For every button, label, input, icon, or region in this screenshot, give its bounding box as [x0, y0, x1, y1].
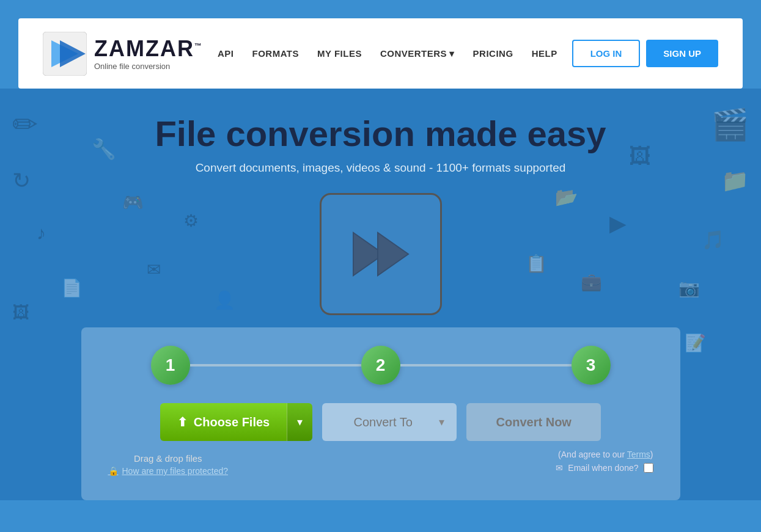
play-box [320, 193, 442, 315]
svg-marker-4 [378, 233, 408, 275]
nav-pricing[interactable]: PRICING [473, 48, 513, 59]
choose-files-button[interactable]: ⬆ Choose Files [160, 403, 287, 441]
choose-files-dropdown-button[interactable]: ▾ [287, 403, 312, 441]
protection-link[interactable]: 🔒 How are my files protected? [108, 466, 229, 476]
hero-section: ✏ ↻ ♪ 📄 🖼 🔧 🎮 ✉ ⚙ 👤 🎬 📁 🎵 📷 🖼 ▶ 💼 📂 📋 📝 … [0, 89, 761, 500]
upload-icon: ⬆ [177, 415, 188, 429]
right-info: (And agree to our Terms) ✉ Email when do… [556, 450, 653, 473]
step-1: 1 [151, 346, 190, 385]
header: ZAMZAR™ Online file conversion API FORMA… [18, 18, 743, 89]
convert-to-dropdown[interactable]: Convert To ▾ [322, 403, 457, 441]
convert-to-label: Convert To [334, 415, 432, 429]
left-info: Drag & drop files 🔒 How are my files pro… [108, 450, 229, 476]
form-bottom-info: Drag & drop files 🔒 How are my files pro… [106, 450, 656, 476]
chevron-down-icon: ▾ [297, 415, 303, 429]
nav-help[interactable]: HELP [532, 48, 557, 59]
logo-area: ZAMZAR™ Online file conversion [43, 32, 203, 76]
email-icon: ✉ [556, 463, 563, 473]
logo-text: ZAMZAR™ Online file conversion [94, 36, 203, 71]
step-2: 2 [361, 346, 400, 385]
hero-subtitle: Convert documents, images, videos & soun… [12, 161, 749, 175]
login-button[interactable]: LOG IN [572, 40, 641, 67]
nav-formats[interactable]: FORMATS [252, 48, 299, 59]
email-row: ✉ Email when done? [556, 463, 653, 473]
convert-to-arrow-icon: ▾ [439, 415, 444, 429]
main-nav: API FORMATS MY FILES CONVERTERS ▾ PRICIN… [218, 48, 557, 59]
logo-icon [43, 32, 87, 76]
terms-link[interactable]: Terms [627, 450, 650, 459]
email-label: Email when done? [568, 463, 638, 473]
play-arrows-icon [344, 224, 417, 285]
nav-api[interactable]: API [218, 48, 234, 59]
hero-title: File conversion made easy [12, 113, 749, 154]
steps-indicator: 1 2 3 [106, 346, 656, 385]
logo-subtitle: Online file conversion [94, 62, 203, 71]
step-line-2-3 [400, 364, 572, 366]
lock-icon: 🔒 [108, 466, 119, 476]
auth-buttons: LOG IN SIGN UP [572, 40, 718, 67]
terms-text: (And agree to our Terms) [556, 450, 653, 459]
choose-files-group: ⬆ Choose Files ▾ [160, 403, 312, 441]
drag-drop-text: Drag & drop files [108, 453, 229, 464]
step-line-1-2 [190, 364, 361, 366]
chevron-down-icon: ▾ [449, 48, 455, 59]
logo-name: ZAMZAR™ [94, 36, 203, 62]
nav-my-files[interactable]: MY FILES [317, 48, 362, 59]
convert-now-button[interactable]: Convert Now [466, 403, 601, 441]
step-3: 3 [572, 346, 611, 385]
signup-button[interactable]: SIGN UP [646, 40, 718, 67]
nav-converters[interactable]: CONVERTERS ▾ [380, 48, 455, 59]
hero-illustration [320, 193, 442, 315]
hero-content: File conversion made easy Convert docume… [12, 113, 749, 500]
conversion-panel: 1 2 3 ⬆ Choose Files [81, 327, 680, 500]
email-checkbox[interactable] [644, 463, 653, 473]
conversion-form: ⬆ Choose Files ▾ Convert To ▾ Convert No… [106, 403, 656, 441]
